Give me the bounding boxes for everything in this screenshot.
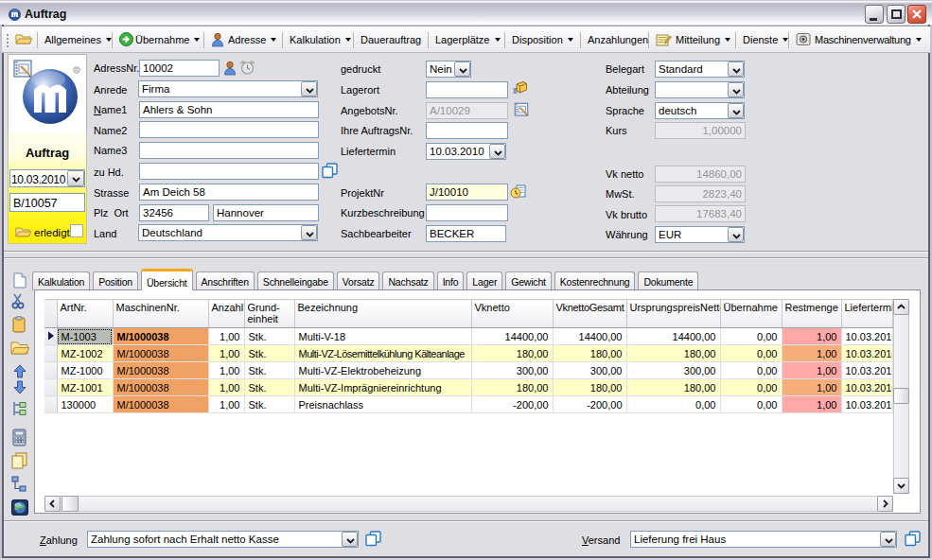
svg-text:R: R [75,67,79,73]
